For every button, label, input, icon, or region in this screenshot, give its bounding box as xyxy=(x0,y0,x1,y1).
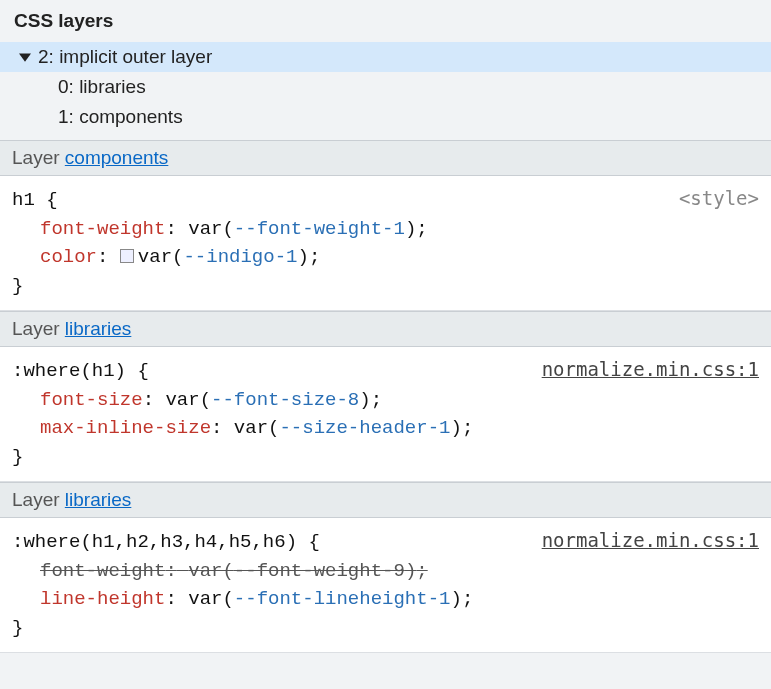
disclosure-triangle-icon[interactable] xyxy=(18,50,32,64)
tree-child-label: components xyxy=(79,106,183,128)
tree-row-root[interactable]: 2: implicit outer layer xyxy=(0,42,771,72)
css-variable: --font-lineheight-1 xyxy=(234,588,451,610)
brace-close: } xyxy=(12,443,759,472)
css-variable: --font-size-8 xyxy=(211,389,359,411)
tree-root-index: 2 xyxy=(38,46,49,68)
rule-selector[interactable]: h1 xyxy=(12,189,35,211)
css-declaration[interactable]: max-inline-size: var(--size-header-1); xyxy=(12,414,759,443)
rule-source[interactable]: <style> xyxy=(679,184,759,213)
css-property: line-height xyxy=(40,588,165,610)
rule-source[interactable]: normalize.min.css:1 xyxy=(542,355,759,384)
css-layers-panel: CSS layers 2: implicit outer layer 0: li… xyxy=(0,0,771,653)
layer-header: Layer components xyxy=(0,140,771,176)
css-declaration[interactable]: font-size: var(--font-size-8); xyxy=(12,386,759,415)
tree-row-child[interactable]: 1: components xyxy=(0,102,771,132)
layer-prefix: Layer xyxy=(12,147,60,168)
css-variable: --font-weight-9 xyxy=(234,560,405,582)
css-rule: :where(h1,h2,h3,h4,h5,h6) { normalize.mi… xyxy=(0,518,771,653)
css-variable: --indigo-1 xyxy=(183,246,297,268)
css-property: font-weight xyxy=(40,560,165,582)
layer-header: Layer libraries xyxy=(0,482,771,518)
tree-root-label: implicit outer layer xyxy=(59,46,212,68)
panel-title: CSS layers xyxy=(0,0,771,40)
css-property: color xyxy=(40,246,97,268)
layer-link[interactable]: libraries xyxy=(65,489,132,510)
brace-close: } xyxy=(12,614,759,643)
css-property: font-size xyxy=(40,389,143,411)
css-rule: h1 { <style> font-weight: var(--font-wei… xyxy=(0,176,771,311)
layer-prefix: Layer xyxy=(12,318,60,339)
rule-selector[interactable]: :where(h1,h2,h3,h4,h5,h6) xyxy=(12,531,297,553)
layer-prefix: Layer xyxy=(12,489,60,510)
css-variable: --size-header-1 xyxy=(279,417,450,439)
tree-row-child[interactable]: 0: libraries xyxy=(0,72,771,102)
layer-link[interactable]: components xyxy=(65,147,169,168)
layer-tree: 2: implicit outer layer 0: libraries 1: … xyxy=(0,40,771,140)
tree-child-label: libraries xyxy=(79,76,146,98)
tree-child-index: 1 xyxy=(58,106,69,128)
css-declaration[interactable]: font-weight: var(--font-weight-1); xyxy=(12,215,759,244)
svg-marker-0 xyxy=(19,53,31,61)
css-property: max-inline-size xyxy=(40,417,211,439)
css-property: font-weight xyxy=(40,218,165,240)
css-declaration[interactable]: color: var(--indigo-1); xyxy=(12,243,759,272)
css-rule: :where(h1) { normalize.min.css:1 font-si… xyxy=(0,347,771,482)
rule-source[interactable]: normalize.min.css:1 xyxy=(542,526,759,555)
rule-selector[interactable]: :where(h1) xyxy=(12,360,126,382)
css-variable: --font-weight-1 xyxy=(234,218,405,240)
css-declaration-overridden[interactable]: font-weight: var(--font-weight-9); xyxy=(12,557,759,586)
brace-close: } xyxy=(12,272,759,301)
tree-child-index: 0 xyxy=(58,76,69,98)
layer-header: Layer libraries xyxy=(0,311,771,347)
layer-link[interactable]: libraries xyxy=(65,318,132,339)
color-swatch-icon[interactable] xyxy=(120,249,134,263)
css-declaration[interactable]: line-height: var(--font-lineheight-1); xyxy=(12,585,759,614)
